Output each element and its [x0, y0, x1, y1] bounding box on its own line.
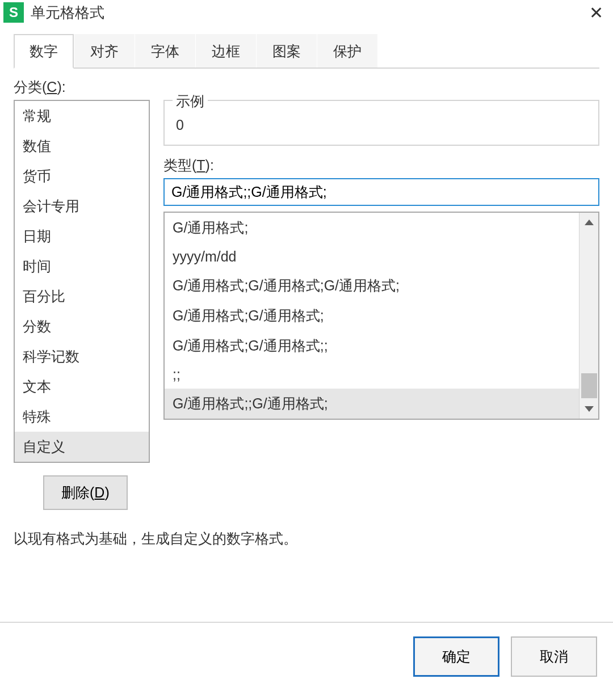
type-item[interactable]: G/通用格式;G/通用格式;; [165, 331, 579, 361]
tab-border[interactable]: 边框 [196, 34, 256, 68]
category-item-general[interactable]: 常规 [15, 101, 149, 131]
tab-protect[interactable]: 保护 [317, 34, 377, 68]
cancel-button[interactable]: 取消 [511, 636, 597, 677]
tab-pattern[interactable]: 图案 [257, 34, 317, 68]
close-icon[interactable]: ✕ [585, 3, 607, 23]
example-value: 0 [176, 117, 587, 133]
type-item[interactable]: G/通用格式; [165, 213, 579, 243]
ok-button[interactable]: 确定 [413, 636, 499, 677]
type-item[interactable]: ;; [165, 361, 579, 389]
category-item-text[interactable]: 文本 [15, 372, 149, 402]
category-item-accounting[interactable]: 会计专用 [15, 191, 149, 221]
type-list-scrollbar[interactable] [579, 213, 598, 419]
tab-number[interactable]: 数字 [14, 34, 74, 69]
type-input[interactable] [163, 178, 599, 206]
type-item[interactable]: yyyy/m/dd [165, 243, 579, 271]
title-bar: S 单元格格式 ✕ [0, 0, 613, 28]
tab-font[interactable]: 字体 [135, 34, 195, 68]
category-item-fraction[interactable]: 分数 [15, 311, 149, 341]
type-list: G/通用格式; yyyy/m/dd G/通用格式;G/通用格式;G/通用格式; … [163, 212, 599, 420]
example-legend: 示例 [173, 92, 208, 111]
type-label: 类型(T): [163, 156, 599, 175]
type-item[interactable]: G/通用格式;G/通用格式;G/通用格式; [165, 271, 579, 301]
delete-button[interactable]: 删除(D) [43, 475, 128, 510]
category-item-special[interactable]: 特殊 [15, 402, 149, 432]
category-item-percent[interactable]: 百分比 [15, 281, 149, 311]
category-item-scientific[interactable]: 科学记数 [15, 341, 149, 372]
type-item[interactable]: G/通用格式;G/通用格式; [165, 301, 579, 331]
category-item-time[interactable]: 时间 [15, 251, 149, 281]
hint-text: 以现有格式为基础，生成自定义的数字格式。 [14, 529, 599, 548]
scroll-down-icon[interactable] [580, 399, 598, 419]
dialog-content: 数字 对齐 字体 边框 图案 保护 分类(C): 常规 数值 货币 会计专用 日… [0, 28, 613, 559]
scroll-up-icon[interactable] [580, 213, 598, 232]
category-label: 分类(C): [14, 78, 599, 96]
tab-strip: 数字 对齐 字体 边框 图案 保护 [14, 34, 599, 69]
category-list[interactable]: 常规 数值 货币 会计专用 日期 时间 百分比 分数 科学记数 文本 特殊 自定… [14, 100, 150, 463]
app-icon: S [3, 2, 24, 23]
category-item-currency[interactable]: 货币 [15, 161, 149, 191]
category-item-custom[interactable]: 自定义 [15, 432, 149, 462]
tab-align[interactable]: 对齐 [74, 34, 135, 68]
scroll-thumb[interactable] [581, 373, 597, 398]
category-item-number[interactable]: 数值 [15, 131, 149, 161]
dialog-button-bar: 确定 取消 [0, 622, 613, 677]
type-item[interactable]: G/通用格式;;G/通用格式; [165, 389, 579, 419]
category-item-date[interactable]: 日期 [15, 221, 149, 251]
example-group: 示例 0 [163, 100, 599, 146]
window-title: 单元格格式 [31, 3, 585, 23]
